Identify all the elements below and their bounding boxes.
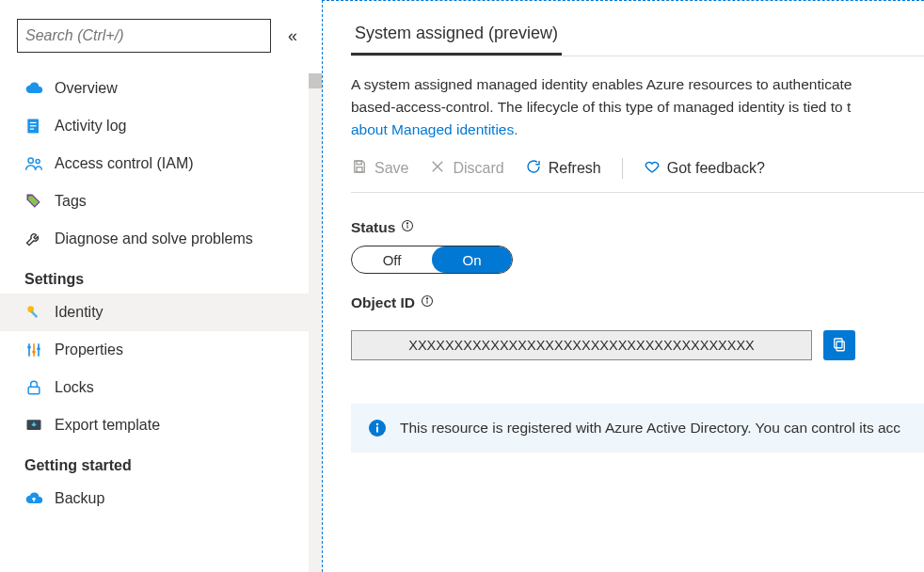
svg-rect-13: [27, 346, 30, 349]
banner-text: This resource is registered with Azure A…: [400, 420, 900, 437]
discard-button[interactable]: Discard: [429, 158, 503, 179]
collapse-sidebar-button[interactable]: «: [280, 26, 305, 46]
info-icon[interactable]: [421, 294, 434, 311]
sidebar-item-label: Backup: [55, 490, 104, 507]
refresh-button[interactable]: Refresh: [525, 158, 601, 179]
sidebar-item-diagnose[interactable]: Diagnose and solve problems: [0, 220, 322, 258]
search-input[interactable]: [25, 27, 263, 44]
svg-rect-28: [836, 342, 844, 351]
sidebar-item-locks[interactable]: Locks: [0, 369, 322, 406]
save-button[interactable]: Save: [351, 158, 408, 179]
sidebar-item-overview[interactable]: Overview: [0, 70, 322, 107]
cloud-backup-icon: [24, 489, 43, 508]
section-header-getting-started: Getting started: [0, 444, 322, 480]
main-content: System assigned (preview) A system assig…: [322, 0, 924, 572]
sidebar-item-label: Activity log: [55, 118, 126, 135]
close-icon: [429, 158, 446, 179]
wrench-icon: [24, 230, 43, 248]
save-icon: [351, 158, 368, 179]
svg-rect-4: [30, 125, 37, 126]
svg-point-32: [376, 423, 378, 425]
status-label: Status: [351, 219, 395, 236]
status-field: Status Off On: [351, 219, 924, 274]
sidebar-scrollbar[interactable]: [309, 73, 322, 572]
svg-rect-16: [28, 387, 40, 394]
sidebar-item-label: Diagnose and solve problems: [55, 230, 253, 247]
cloud-icon: [24, 79, 43, 98]
sidebar-item-backup[interactable]: Backup: [0, 480, 322, 517]
sidebar-item-label: Tags: [55, 193, 87, 210]
lock-icon: [24, 378, 43, 397]
people-icon: [24, 154, 43, 173]
sidebar-item-activity-log[interactable]: Activity log: [0, 107, 322, 145]
sidebar-item-properties[interactable]: Properties: [0, 331, 322, 369]
sidebar-item-label: Access control (IAM): [55, 155, 194, 172]
export-icon: [24, 416, 43, 435]
sliders-icon: [24, 341, 43, 359]
sidebar-item-label: Identity: [55, 304, 104, 321]
toolbar-divider: [622, 158, 623, 179]
sidebar-item-tags[interactable]: Tags: [0, 183, 322, 220]
svg-rect-29: [835, 339, 842, 348]
heart-icon: [644, 158, 661, 179]
svg-point-6: [28, 158, 33, 163]
svg-rect-15: [37, 348, 40, 351]
tabs-row: System assigned (preview): [351, 18, 924, 56]
svg-point-7: [36, 159, 40, 163]
toggle-off[interactable]: Off: [352, 246, 432, 273]
copy-icon: [831, 336, 848, 356]
svg-rect-5: [30, 129, 34, 130]
toggle-on[interactable]: On: [432, 246, 512, 273]
sidebar: « Overview Activity log Access control (…: [0, 0, 322, 572]
search-box[interactable]: [17, 19, 271, 53]
feedback-button[interactable]: Got feedback?: [644, 158, 765, 179]
sidebar-item-label: Export template: [55, 417, 160, 434]
learn-more-link[interactable]: about Managed identities.: [351, 121, 518, 137]
svg-point-27: [426, 298, 427, 299]
section-header-settings: Settings: [0, 258, 322, 294]
sidebar-item-identity[interactable]: Identity: [0, 294, 322, 331]
key-icon: [24, 303, 43, 322]
info-circle-icon: [368, 419, 387, 437]
svg-rect-14: [32, 351, 35, 354]
sidebar-scrollbar-thumb[interactable]: [309, 73, 322, 88]
info-banner: This resource is registered with Azure A…: [351, 404, 924, 453]
copy-button[interactable]: [823, 330, 855, 360]
svg-point-24: [407, 223, 408, 224]
svg-rect-18: [357, 161, 361, 165]
sidebar-item-access-control[interactable]: Access control (IAM): [0, 145, 322, 183]
sidebar-item-label: Locks: [55, 379, 94, 396]
identity-description: A system assigned managed identity enabl…: [351, 56, 924, 154]
status-toggle[interactable]: Off On: [351, 246, 513, 274]
tags-icon: [24, 192, 43, 211]
sidebar-item-label: Overview: [55, 80, 118, 97]
tab-system-assigned[interactable]: System assigned (preview): [351, 18, 562, 56]
svg-rect-19: [357, 167, 362, 172]
object-id-value[interactable]: XXXXXXXXXXXXXXXXXXXXXXXXXXXXXXXXXXXXXX: [351, 330, 812, 360]
sidebar-item-label: Properties: [55, 342, 123, 358]
info-icon[interactable]: [401, 219, 414, 236]
svg-rect-3: [30, 122, 37, 123]
svg-rect-31: [376, 427, 378, 433]
command-bar: Save Discard Refresh Got feedback?: [351, 154, 924, 193]
object-id-field: Object ID XXXXXXXXXXXXXXXXXXXXXXXXXXXXXX…: [351, 294, 924, 360]
refresh-icon: [525, 158, 542, 179]
svg-rect-9: [31, 310, 39, 318]
object-id-label: Object ID: [351, 294, 415, 311]
sidebar-item-export-template[interactable]: Export template: [0, 406, 322, 444]
log-icon: [24, 117, 43, 135]
